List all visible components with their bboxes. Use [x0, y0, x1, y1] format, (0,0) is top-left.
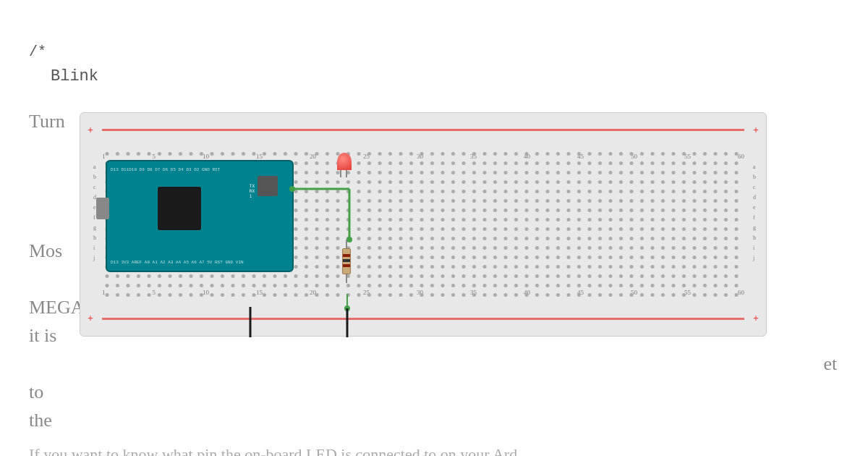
resistor-band2: [343, 259, 350, 262]
breadboard: + + + + 1 5 10 15 20 25 30 35 40 45 50 5…: [80, 112, 767, 337]
resistor-wire-top: [346, 240, 347, 248]
sketch-title: Blink: [29, 67, 839, 85]
resistor-body: [342, 248, 351, 274]
rail-bottom-red: [102, 318, 744, 320]
led-cathode: [346, 170, 347, 177]
circuit-diagram: + + + + 1 5 10 15 20 25 30 35 40 45 50 5…: [80, 112, 767, 337]
usb-port: [96, 198, 109, 219]
plus-tl: +: [88, 124, 93, 136]
resistor-wire-bottom: [346, 274, 347, 283]
tx-rx-label: TXRX1: [250, 183, 255, 198]
plus-br: +: [753, 313, 759, 324]
led-body: [337, 153, 352, 170]
plus-tr: +: [753, 124, 759, 136]
arduino-bottom-pin-labels: D13 3V3 AREF A0 A1 A2 A3 A4 A5 A6 A7 5V …: [111, 260, 244, 265]
resistor: [342, 240, 351, 283]
voltage-regulator: [258, 176, 278, 196]
led-legs: [337, 170, 352, 177]
arduino-top-pin-labels: D13 D11D10 D9 D8 D7 D6 D5 D4 D3 D2 GND R…: [111, 167, 220, 172]
resistor-band1: [343, 254, 350, 257]
paragraph-link1: If you want to know what pin the on-boar…: [29, 442, 839, 456]
comment-open: /*: [29, 43, 839, 60]
rail-top-red: [102, 129, 744, 131]
microcontroller-chip: [158, 187, 201, 230]
arduino-board: D13 D11D10 D9 D8 D7 D6 D5 D4 D3 D2 GND R…: [106, 160, 294, 272]
svg-point-7: [344, 305, 350, 311]
led: [337, 153, 352, 176]
led-anode: [340, 170, 341, 177]
letters-right: a b c d e f g h i j: [753, 164, 756, 261]
plus-bl: +: [88, 313, 93, 324]
paragraph-the: the: [29, 406, 839, 434]
resistor-band3: [343, 264, 350, 267]
